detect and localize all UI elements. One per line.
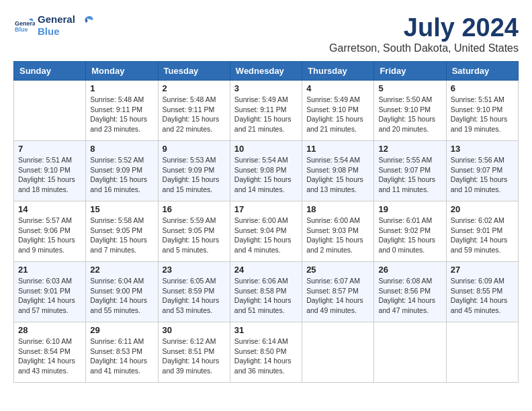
- day-cell: 28Sunrise: 6:10 AM Sunset: 8:54 PM Dayli…: [14, 322, 86, 383]
- day-cell: 30Sunrise: 6:12 AM Sunset: 8:51 PM Dayli…: [158, 322, 230, 383]
- day-header-friday: Friday: [374, 62, 446, 81]
- day-cell: [302, 322, 374, 383]
- day-info: Sunrise: 6:09 AM Sunset: 8:55 PM Dayligh…: [451, 276, 514, 316]
- day-cell: [14, 81, 86, 141]
- day-number: 5: [378, 83, 441, 93]
- day-info: Sunrise: 6:02 AM Sunset: 9:01 PM Dayligh…: [451, 216, 514, 255]
- day-number: 26: [378, 265, 441, 275]
- day-cell: 11Sunrise: 5:54 AM Sunset: 9:08 PM Dayli…: [302, 141, 374, 201]
- main-title: July 2024: [329, 13, 519, 42]
- day-info: Sunrise: 5:57 AM Sunset: 9:06 PM Dayligh…: [18, 216, 81, 255]
- day-number: 29: [90, 325, 153, 335]
- day-header-sunday: Sunday: [14, 62, 86, 81]
- day-number: 13: [451, 144, 514, 154]
- day-cell: 14Sunrise: 5:57 AM Sunset: 9:06 PM Dayli…: [14, 201, 86, 262]
- day-cell: [446, 322, 518, 383]
- day-info: Sunrise: 5:52 AM Sunset: 9:09 PM Dayligh…: [90, 155, 153, 195]
- week-row-1: 1Sunrise: 5:48 AM Sunset: 9:11 PM Daylig…: [14, 81, 519, 141]
- day-info: Sunrise: 5:48 AM Sunset: 9:11 PM Dayligh…: [163, 95, 226, 134]
- day-number: 25: [306, 265, 369, 275]
- day-cell: 9Sunrise: 5:53 AM Sunset: 9:09 PM Daylig…: [158, 141, 230, 201]
- day-header-thursday: Thursday: [302, 62, 374, 81]
- week-row-5: 28Sunrise: 6:10 AM Sunset: 8:54 PM Dayli…: [14, 322, 519, 383]
- day-cell: 20Sunrise: 6:02 AM Sunset: 9:01 PM Dayli…: [446, 201, 518, 262]
- day-cell: 6Sunrise: 5:51 AM Sunset: 9:10 PM Daylig…: [446, 81, 518, 141]
- calendar-header: SundayMondayTuesdayWednesdayThursdayFrid…: [14, 62, 519, 81]
- week-row-3: 14Sunrise: 5:57 AM Sunset: 9:06 PM Dayli…: [14, 201, 519, 262]
- page-header: General Blue General Blue July 2024 Garr…: [13, 13, 519, 54]
- day-number: 17: [234, 204, 298, 214]
- day-cell: 2Sunrise: 5:48 AM Sunset: 9:11 PM Daylig…: [158, 81, 230, 141]
- day-number: 20: [451, 204, 514, 214]
- day-number: 22: [90, 265, 153, 275]
- day-number: 9: [163, 144, 226, 154]
- day-number: 27: [451, 265, 514, 275]
- day-number: 1: [90, 83, 153, 93]
- day-info: Sunrise: 6:14 AM Sunset: 8:50 PM Dayligh…: [234, 336, 298, 376]
- day-cell: 19Sunrise: 6:01 AM Sunset: 9:02 PM Dayli…: [374, 201, 446, 262]
- day-info: Sunrise: 6:04 AM Sunset: 9:00 PM Dayligh…: [90, 276, 153, 316]
- svg-text:Blue: Blue: [15, 26, 28, 33]
- day-number: 19: [378, 204, 441, 214]
- day-number: 16: [163, 204, 226, 214]
- day-info: Sunrise: 6:11 AM Sunset: 8:53 PM Dayligh…: [90, 336, 153, 376]
- day-cell: 8Sunrise: 5:52 AM Sunset: 9:09 PM Daylig…: [86, 141, 158, 201]
- day-number: 23: [163, 265, 226, 275]
- day-cell: 31Sunrise: 6:14 AM Sunset: 8:50 PM Dayli…: [230, 322, 302, 383]
- day-cell: 10Sunrise: 5:54 AM Sunset: 9:08 PM Dayli…: [230, 141, 302, 201]
- day-number: 21: [18, 265, 81, 275]
- day-number: 30: [163, 325, 226, 335]
- calendar-table: SundayMondayTuesdayWednesdayThursdayFrid…: [13, 61, 519, 383]
- day-number: 2: [163, 83, 226, 93]
- day-number: 15: [90, 204, 153, 214]
- subtitle: Garretson, South Dakota, United States: [329, 42, 519, 54]
- day-number: 28: [18, 325, 81, 335]
- logo-icon: General Blue: [15, 15, 35, 36]
- day-cell: 12Sunrise: 5:55 AM Sunset: 9:07 PM Dayli…: [374, 141, 446, 201]
- day-cell: 5Sunrise: 5:50 AM Sunset: 9:10 PM Daylig…: [374, 81, 446, 141]
- day-info: Sunrise: 5:54 AM Sunset: 9:08 PM Dayligh…: [234, 155, 298, 195]
- day-cell: 25Sunrise: 6:07 AM Sunset: 8:57 PM Dayli…: [302, 262, 374, 322]
- day-info: Sunrise: 6:12 AM Sunset: 8:51 PM Dayligh…: [163, 336, 226, 376]
- day-cell: 26Sunrise: 6:08 AM Sunset: 8:56 PM Dayli…: [374, 262, 446, 322]
- day-info: Sunrise: 5:51 AM Sunset: 9:10 PM Dayligh…: [18, 155, 81, 195]
- day-number: 4: [306, 83, 369, 93]
- logo-text-general: General: [38, 13, 75, 26]
- day-info: Sunrise: 6:07 AM Sunset: 8:57 PM Dayligh…: [306, 276, 369, 316]
- day-info: Sunrise: 5:59 AM Sunset: 9:05 PM Dayligh…: [163, 216, 226, 255]
- day-info: Sunrise: 5:51 AM Sunset: 9:10 PM Dayligh…: [451, 95, 514, 134]
- day-header-monday: Monday: [86, 62, 158, 81]
- day-info: Sunrise: 5:49 AM Sunset: 9:11 PM Dayligh…: [234, 95, 298, 134]
- day-info: Sunrise: 6:08 AM Sunset: 8:56 PM Dayligh…: [378, 276, 441, 316]
- day-number: 11: [306, 144, 369, 154]
- day-cell: 23Sunrise: 6:05 AM Sunset: 8:59 PM Dayli…: [158, 262, 230, 322]
- day-header-wednesday: Wednesday: [230, 62, 302, 81]
- day-header-saturday: Saturday: [446, 62, 518, 81]
- calendar-body: 1Sunrise: 5:48 AM Sunset: 9:11 PM Daylig…: [14, 81, 519, 383]
- day-cell: 18Sunrise: 6:00 AM Sunset: 9:03 PM Dayli…: [302, 201, 374, 262]
- day-cell: 29Sunrise: 6:11 AM Sunset: 8:53 PM Dayli…: [86, 322, 158, 383]
- logo-text-blue: Blue: [38, 26, 75, 38]
- day-info: Sunrise: 5:56 AM Sunset: 9:07 PM Dayligh…: [451, 155, 514, 195]
- day-number: 7: [18, 144, 81, 154]
- day-number: 14: [18, 204, 81, 214]
- day-cell: 3Sunrise: 5:49 AM Sunset: 9:11 PM Daylig…: [230, 81, 302, 141]
- day-info: Sunrise: 5:50 AM Sunset: 9:10 PM Dayligh…: [378, 95, 441, 134]
- day-number: 12: [378, 144, 441, 154]
- day-info: Sunrise: 6:03 AM Sunset: 9:01 PM Dayligh…: [18, 276, 81, 316]
- day-cell: 16Sunrise: 5:59 AM Sunset: 9:05 PM Dayli…: [158, 201, 230, 262]
- title-section: July 2024 Garretson, South Dakota, Unite…: [329, 13, 519, 54]
- day-cell: 21Sunrise: 6:03 AM Sunset: 9:01 PM Dayli…: [14, 262, 86, 322]
- week-row-4: 21Sunrise: 6:03 AM Sunset: 9:01 PM Dayli…: [14, 262, 519, 322]
- day-cell: 22Sunrise: 6:04 AM Sunset: 9:00 PM Dayli…: [86, 262, 158, 322]
- header-row: SundayMondayTuesdayWednesdayThursdayFrid…: [14, 62, 519, 81]
- day-cell: 17Sunrise: 6:00 AM Sunset: 9:04 PM Dayli…: [230, 201, 302, 262]
- day-info: Sunrise: 6:00 AM Sunset: 9:03 PM Dayligh…: [306, 216, 369, 255]
- day-info: Sunrise: 6:06 AM Sunset: 8:58 PM Dayligh…: [234, 276, 298, 316]
- day-info: Sunrise: 5:58 AM Sunset: 9:05 PM Dayligh…: [90, 216, 153, 255]
- day-number: 8: [90, 144, 153, 154]
- day-info: Sunrise: 5:54 AM Sunset: 9:08 PM Dayligh…: [306, 155, 369, 195]
- day-number: 6: [451, 83, 514, 93]
- day-info: Sunrise: 5:55 AM Sunset: 9:07 PM Dayligh…: [378, 155, 441, 195]
- day-info: Sunrise: 6:10 AM Sunset: 8:54 PM Dayligh…: [18, 336, 81, 376]
